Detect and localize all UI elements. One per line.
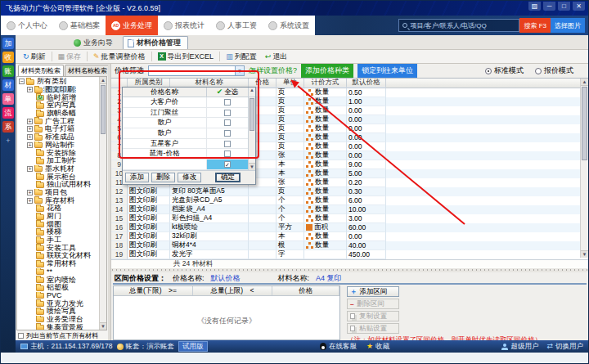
add-range-button[interactable]: ＋添加区间: [347, 286, 399, 297]
search-input[interactable]: 项目/客户/联系人/电话/QQ: [398, 19, 519, 32]
tree-item[interactable]: 手工: [18, 236, 98, 245]
online-service[interactable]: 在线客服: [320, 342, 357, 352]
tree-item[interactable]: 临时新增: [18, 93, 98, 101]
price-type-check-cell[interactable]: ✓: [207, 160, 248, 169]
table-row[interactable]: 19图文印刷发光字字450.00: [111, 250, 588, 259]
price-help-link[interactable]: 怎样设置价格?: [249, 65, 297, 76]
price-type-row[interactable]: 五星客户: [123, 139, 248, 150]
grid-col-header[interactable]: 单位: [277, 79, 304, 88]
strip-item-流[interactable]: 流: [2, 107, 14, 119]
panel-tab-材料名称检索[interactable]: 材料名称检索: [65, 65, 110, 76]
popup-scroll-top[interactable]: ▲: [248, 88, 255, 97]
table-row[interactable]: 14图文印刷档案袋_A4个数量10.00: [111, 205, 588, 214]
price-type-check-cell[interactable]: [207, 118, 248, 128]
tree-item[interactable]: +网站制作: [18, 142, 98, 150]
tree-root[interactable]: −所有类别: [18, 78, 98, 86]
standard-mode-radio[interactable]: 标准模式: [485, 65, 524, 76]
tree-item[interactable]: 展示柜台: [18, 173, 98, 181]
tree-item[interactable]: 楼梯: [18, 228, 98, 236]
tree-item[interactable]: 常用材料: [18, 260, 98, 268]
tree-item[interactable]: 业务受理台: [18, 316, 98, 324]
tree-item[interactable]: +图文印刷: [18, 86, 98, 94]
tree-scroll-thumb[interactable]: [101, 85, 106, 134]
cell-price[interactable]: [249, 223, 277, 232]
quote-mode-radio[interactable]: 报价模式: [535, 65, 573, 76]
panel-tab-材料类别检索[interactable]: 材料类别检索: [18, 65, 64, 76]
popup-button-删除[interactable]: 删除: [151, 173, 175, 182]
cell-price[interactable]: [249, 250, 277, 259]
strip-item-收[interactable]: 收: [2, 52, 14, 63]
toolbar-batch-adjust[interactable]: ✎批量调整价格: [89, 52, 150, 62]
tree-item[interactable]: +标准成品: [18, 133, 98, 142]
table-row[interactable]: 17图文印刷32k印刷本数量0.00: [111, 232, 588, 241]
menu-item-report[interactable]: 报表统计: [158, 16, 210, 35]
expand-icon[interactable]: +: [27, 190, 33, 195]
price-type-check-cell[interactable]: [207, 128, 248, 138]
tree-item[interactable]: 加工制作: [18, 157, 98, 165]
toolbar-column-config[interactable]: ▥列配置: [222, 52, 261, 62]
tree-item[interactable]: 安装拆除: [18, 149, 98, 157]
tree-item[interactable]: 联联文化材料: [18, 252, 98, 260]
tree-item[interactable]: **: [18, 268, 98, 276]
cell-price[interactable]: [249, 241, 277, 250]
popup-button-修改[interactable]: 修改: [178, 173, 201, 182]
popup-button-确定[interactable]: 确定: [215, 173, 241, 182]
tree-item[interactable]: 厨门: [18, 213, 98, 221]
popup-scrollbar[interactable]: ▼: [248, 97, 255, 170]
checkbox-icon[interactable]: [224, 141, 231, 147]
favorite[interactable]: ★ 收藏: [366, 342, 389, 352]
cell-price[interactable]: [249, 205, 277, 214]
combo-dropdown-icon[interactable]: ▼: [235, 66, 244, 75]
tab-price[interactable]: 材料价格管理: [123, 36, 188, 49]
table-row[interactable]: 12图文印刷复印 80克单面A5页数量0.30: [111, 187, 588, 196]
menu-item-personal[interactable]: 个人中心: [1, 16, 53, 35]
list-all-checkbox[interactable]: [18, 333, 24, 339]
popup-button-添加[interactable]: 添加: [125, 173, 149, 182]
tree-item[interactable]: +项目包: [18, 189, 98, 197]
scroll-up-icon[interactable]: ▲: [581, 79, 588, 86]
skin-button[interactable]: ▨: [528, 2, 541, 11]
expand-icon[interactable]: +: [27, 134, 33, 140]
strip-item-单[interactable]: 单: [2, 93, 14, 105]
strip-item-账[interactable]: 账: [2, 65, 14, 77]
tree-item[interactable]: +库存材料: [18, 196, 98, 204]
price-name-value[interactable]: 默认价格: [211, 273, 241, 284]
popup-col-select-all[interactable]: ✔ 全选: [207, 88, 248, 97]
menu-item-business[interactable]: AD业务处理: [106, 16, 158, 35]
tree-item[interactable]: 室内喷绘: [18, 276, 98, 284]
table-row[interactable]: 13图文印刷光盘刻录CD_A5个数量6.00: [111, 196, 588, 205]
strip-item-材[interactable]: 材: [2, 79, 14, 91]
scroll-thumb[interactable]: [582, 87, 587, 160]
tree-scrollbar[interactable]: ▲▼: [99, 77, 106, 330]
tree-item[interactable]: 烟图: [18, 220, 98, 228]
expand-icon[interactable]: +: [27, 198, 33, 204]
scroll-down-icon[interactable]: ▼: [581, 250, 588, 258]
search-button[interactable]: 搜索 F3: [519, 18, 551, 33]
current-user[interactable]: 超级用户: [501, 342, 538, 352]
menu-item-hr[interactable]: 人事工资: [210, 16, 263, 35]
toolbar-exit[interactable]: ↩退出: [261, 52, 292, 62]
popup-scroll-thumb[interactable]: [250, 98, 254, 131]
price-type-check-cell[interactable]: [207, 139, 248, 149]
switch-user[interactable]: ⇄ 切换用户: [546, 342, 583, 352]
checkbox-icon[interactable]: [224, 151, 231, 157]
pick-image-button[interactable]: 选择图片: [551, 18, 585, 33]
tab-wizard[interactable]: 业务向导: [70, 37, 119, 49]
strip-add-button[interactable]: +: [2, 135, 14, 146]
maximize-button[interactable]: □: [558, 2, 570, 11]
tree-item[interactable]: 独山试用材料: [18, 181, 98, 189]
popup-scroll-down-icon[interactable]: ▼: [249, 163, 255, 170]
cell-price[interactable]: [249, 214, 277, 223]
material-name-value[interactable]: A4 复印: [316, 273, 342, 284]
expand-icon[interactable]: +: [27, 119, 33, 124]
table-row[interactable]: 16图文印刷kt板喷绘平方面积60.00: [111, 223, 588, 232]
tree-scroll-down-icon[interactable]: ▼: [100, 322, 106, 330]
checkbox-icon[interactable]: [224, 99, 231, 106]
tree-item[interactable]: 安装工具: [18, 244, 98, 252]
tree-item[interactable]: 花格: [18, 204, 98, 213]
price-type-row[interactable]: ✓: [123, 160, 248, 170]
collapse-icon[interactable]: −: [19, 79, 25, 84]
trial-badge[interactable]: 试用版: [178, 341, 208, 352]
checkbox-icon[interactable]: [224, 110, 231, 116]
table-row[interactable]: 18图文印刷铜材4*4根数量40.00: [111, 241, 588, 250]
